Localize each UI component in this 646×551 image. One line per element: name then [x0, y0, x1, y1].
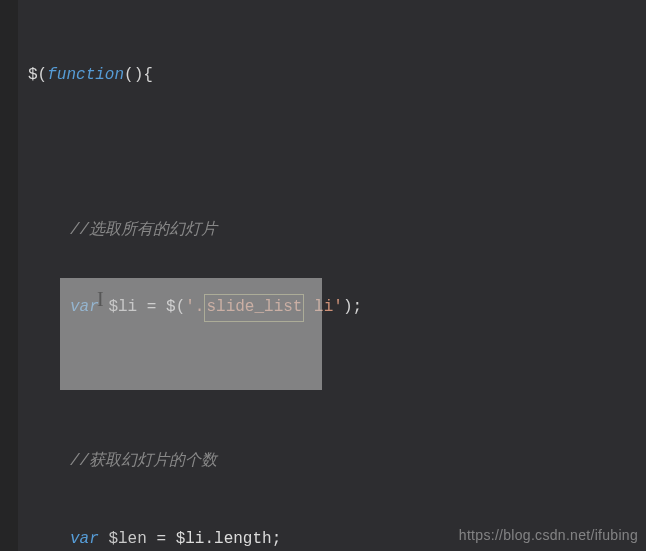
comment: //选取所有的幻灯片 [70, 218, 217, 244]
string: li' [304, 295, 342, 321]
dollar-sign: $ [166, 295, 176, 321]
comment: //获取幻灯片的个数 [70, 449, 217, 475]
blank-line[interactable] [28, 372, 646, 398]
blank-line[interactable] [28, 140, 646, 166]
code-line[interactable]: var $li = $('.slide_list li'); [28, 295, 646, 321]
watermark-text: https://blog.csdn.net/ifubing [459, 527, 638, 543]
selector-boxed: slide_list [204, 294, 304, 322]
paren-brace: (){ [124, 63, 153, 89]
paren: ); [343, 295, 362, 321]
equals: = [156, 527, 175, 551]
keyword-function: function [47, 63, 124, 89]
expression: $li.length; [176, 527, 282, 551]
paren: ( [38, 63, 48, 89]
dollar-sign: $ [28, 63, 38, 89]
variable: $len [99, 527, 157, 551]
line-number-gutter [0, 0, 18, 551]
keyword-var: var [70, 295, 99, 321]
code-line[interactable]: //获取幻灯片的个数 [28, 449, 646, 475]
code-editor[interactable]: $(function(){ //选取所有的幻灯片 var $li = $('.s… [0, 0, 646, 551]
equals: = [147, 295, 166, 321]
paren: ( [176, 295, 186, 321]
keyword-var: var [70, 527, 99, 551]
string: '. [185, 295, 204, 321]
code-line[interactable]: //选取所有的幻灯片 [28, 218, 646, 244]
variable: $li [99, 295, 147, 321]
code-line[interactable]: $(function(){ [28, 63, 646, 89]
